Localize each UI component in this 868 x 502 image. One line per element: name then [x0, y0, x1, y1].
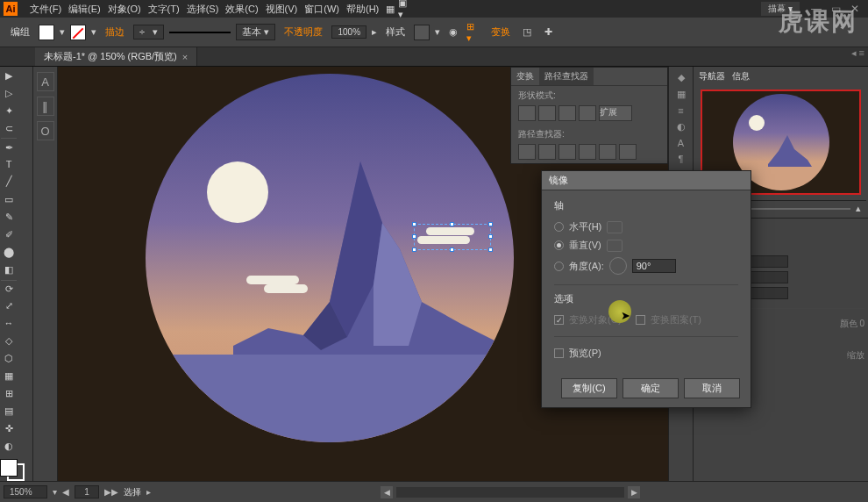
info-tab[interactable]: 信息	[732, 70, 750, 82]
menu-extras-icon[interactable]: ▦	[382, 1, 398, 17]
chk-transform-pattern[interactable]	[636, 315, 645, 325]
zoom-value[interactable]: 150%	[4, 485, 47, 498]
win-close-button[interactable]: ✕	[845, 2, 864, 16]
pencil-tool[interactable]: ✐	[1, 226, 17, 242]
scale-link[interactable]: 缩放	[847, 349, 864, 362]
artboard-num[interactable]: 1	[75, 485, 99, 498]
stroke-swatch[interactable]	[70, 25, 86, 40]
pathfinder-tab-pathfinder[interactable]: 路径查找器	[539, 68, 594, 85]
menu-effect[interactable]: 效果(C)	[222, 1, 261, 18]
pathfinder-tab-transform[interactable]: 变换	[511, 68, 539, 85]
trim-button[interactable]	[538, 144, 556, 160]
stroke-weight[interactable]: ÷ ▾	[133, 25, 164, 39]
style-swatch[interactable]	[414, 25, 430, 40]
shape-builder-tool[interactable]: ⬡	[1, 350, 17, 366]
menu-view[interactable]: 视图(V)	[262, 1, 302, 18]
radio-horizontal[interactable]	[554, 222, 564, 232]
style-label[interactable]: 样式	[382, 25, 409, 39]
radio-angle[interactable]	[554, 262, 564, 271]
fill-stroke-swatches[interactable]	[0, 459, 25, 481]
win-min-button[interactable]: —	[807, 2, 826, 16]
pathfinder-panel[interactable]: 变换 路径查找器 形状模式: 扩展 路径查找器:	[510, 67, 668, 164]
type-variant-a[interactable]: A	[37, 72, 54, 91]
intersect-button[interactable]	[559, 105, 576, 121]
expand-button[interactable]: 扩展	[599, 105, 632, 121]
panel-icon-2[interactable]: ▦	[677, 89, 686, 100]
eyedropper-tool[interactable]: ✜	[1, 421, 17, 437]
edit-icon[interactable]: ✚	[540, 25, 556, 40]
line-tool[interactable]: ╱	[1, 174, 17, 190]
win-max-button[interactable]: ▭	[826, 2, 845, 16]
fill-swatch[interactable]	[39, 25, 54, 40]
dialog-title[interactable]: 镜像	[542, 171, 751, 190]
zoom-in-icon[interactable]: ▴	[856, 203, 861, 214]
angle-input[interactable]	[632, 259, 676, 273]
document-tab[interactable]: 未标题-1* @ 150% (RGB/预览) ×	[35, 47, 197, 66]
tab-close-icon[interactable]: ×	[182, 52, 188, 62]
radio-vertical[interactable]	[554, 240, 564, 250]
rotate-tool[interactable]: ⟳	[1, 280, 17, 296]
width-tool[interactable]: ↔	[1, 315, 17, 331]
menu-window[interactable]: 窗口(W)	[301, 1, 343, 18]
pen-tool[interactable]: ✒	[1, 138, 17, 154]
chk-preview[interactable]	[554, 348, 564, 358]
panel-icon-3[interactable]: ≡	[678, 105, 683, 116]
eraser-tool[interactable]: ◧	[1, 262, 17, 277]
menu-file[interactable]: 文件(F)	[26, 1, 65, 18]
h-scrollbar[interactable]	[396, 487, 624, 498]
type-variant-c[interactable]: O	[37, 121, 54, 140]
unite-button[interactable]	[518, 105, 536, 121]
menu-type[interactable]: 文字(T)	[145, 1, 183, 18]
navigator-tab[interactable]: 导航器	[699, 70, 725, 82]
exclude-button[interactable]	[579, 105, 596, 121]
crop-button[interactable]	[579, 144, 596, 160]
lasso-tool[interactable]: ⊂	[1, 120, 17, 136]
menu-layout-icon[interactable]: ▣ ▾	[398, 1, 414, 17]
magic-wand-tool[interactable]: ✦	[1, 103, 17, 118]
copy-button[interactable]: 复制(C)	[561, 378, 617, 398]
ok-button[interactable]: 确定	[623, 378, 679, 398]
perspective-tool[interactable]: ▦	[1, 368, 17, 384]
direct-select-tool[interactable]: ▷	[1, 85, 17, 101]
brush-select[interactable]: 基本 ▾	[236, 24, 275, 40]
selection-tool[interactable]: ▶	[1, 68, 17, 83]
panel-icon-6[interactable]: ¶	[679, 154, 684, 164]
merge-button[interactable]	[559, 144, 576, 160]
menu-select[interactable]: 选择(S)	[183, 1, 223, 18]
type-variant-b[interactable]: ‖	[37, 97, 54, 116]
divide-button[interactable]	[518, 144, 536, 160]
brush-tool[interactable]: ✎	[1, 209, 17, 225]
scale-tool[interactable]: ⤢	[1, 298, 17, 313]
artboard-prev-icon[interactable]: ◀	[62, 487, 69, 497]
menu-help[interactable]: 帮助(H)	[343, 1, 382, 18]
chk-transform-object[interactable]	[554, 315, 564, 325]
outline-button[interactable]	[599, 144, 616, 160]
stroke-link[interactable]: 描边	[102, 25, 128, 39]
type-tool[interactable]: T	[1, 156, 17, 172]
opacity-link[interactable]: 不透明度	[281, 25, 326, 39]
menu-edit[interactable]: 编辑(E)	[65, 1, 104, 18]
menu-object[interactable]: 对象(O)	[104, 1, 145, 18]
transform-link[interactable]: 变换	[487, 25, 514, 39]
artboard-next-icon[interactable]: ▶▶	[104, 487, 118, 497]
panel-icon-5[interactable]: A	[678, 138, 684, 148]
blob-tool[interactable]: ⬤	[1, 244, 17, 260]
cloud-selected[interactable]	[417, 227, 487, 247]
search-dropdown[interactable]: 描幕 ▾	[761, 2, 800, 16]
free-transform-tool[interactable]: ◇	[1, 333, 17, 348]
angle-dial[interactable]	[609, 257, 627, 275]
minus-front-button[interactable]	[538, 105, 556, 121]
align-icon[interactable]: ⊞ ▾	[466, 25, 482, 40]
isolate-icon[interactable]: ◳	[519, 25, 535, 40]
panel-icon-1[interactable]: ◆	[678, 72, 685, 83]
cancel-button[interactable]: 取消	[684, 378, 740, 398]
panel-icon-4[interactable]: ◐	[677, 121, 686, 133]
minus-back-button[interactable]	[619, 144, 637, 160]
tab-menu-icon[interactable]: ◂ ≡	[851, 47, 864, 66]
blend-tool[interactable]: ◐	[1, 439, 17, 455]
scroll-left-icon[interactable]: ◀	[381, 486, 393, 498]
mesh-tool[interactable]: ⊞	[1, 385, 17, 401]
recolor-icon[interactable]: ◉	[445, 25, 461, 40]
rect-tool[interactable]: ▭	[1, 191, 17, 207]
scroll-right-icon[interactable]: ▶	[628, 486, 640, 498]
